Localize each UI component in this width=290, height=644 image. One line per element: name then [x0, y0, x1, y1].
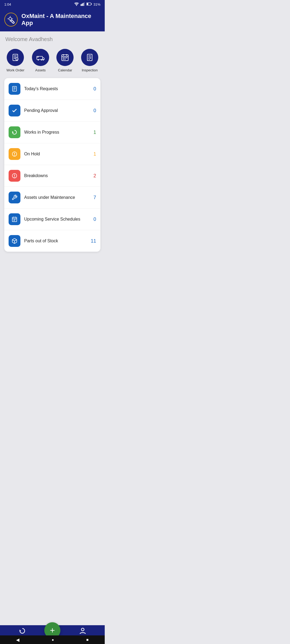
- action-calendar[interactable]: Calendar: [56, 49, 74, 72]
- status-icons: 31%: [74, 2, 100, 7]
- svg-rect-19: [37, 56, 42, 60]
- assets-maintenance-icon: [9, 192, 20, 203]
- todays-requests-label: Today's Requests: [24, 86, 90, 91]
- action-inspection[interactable]: Inspection: [81, 49, 98, 72]
- work-order-label: Work Order: [6, 68, 24, 72]
- calendar-icon-circle: [56, 49, 74, 66]
- pending-approval-item[interactable]: Pending Approval 0: [4, 100, 100, 122]
- svg-rect-31: [64, 59, 66, 60]
- welcome-section: Welcome Avadhesh: [0, 31, 105, 45]
- svg-text:⚙: ⚙: [16, 58, 18, 61]
- breakdowns-item[interactable]: Breakdowns 2: [4, 165, 100, 187]
- svg-point-8: [9, 17, 12, 20]
- assets-maintenance-count: 7: [93, 195, 96, 200]
- svg-rect-27: [63, 57, 64, 58]
- signal-icon: [81, 2, 85, 7]
- inspection-icon-circle: [81, 49, 98, 66]
- upcoming-service-label: Upcoming Service Schedules: [24, 217, 90, 222]
- battery-percent: 31%: [93, 2, 100, 6]
- svg-rect-3: [83, 3, 84, 6]
- dashboard-list: Today's Requests 0 Pending Approval 0 Wo…: [4, 78, 100, 252]
- breakdowns-icon: [9, 170, 20, 182]
- action-work-order[interactable]: ⚙ Work Order: [6, 49, 24, 72]
- works-in-progress-item[interactable]: Works in Progress 1: [4, 122, 100, 143]
- battery-icon: [86, 2, 92, 6]
- assets-icon-circle: [32, 49, 49, 66]
- inspection-label: Inspection: [82, 68, 97, 72]
- svg-rect-30: [63, 59, 64, 60]
- todays-requests-count: 0: [93, 86, 96, 92]
- works-in-progress-icon: [9, 126, 20, 138]
- todays-requests-item[interactable]: Today's Requests 0: [4, 78, 100, 100]
- svg-rect-6: [91, 3, 92, 5]
- assets-maintenance-label: Assets under Maintenance: [24, 195, 90, 200]
- svg-rect-4: [84, 2, 85, 6]
- parts-stock-item[interactable]: Parts out of Stock 11: [4, 230, 100, 252]
- on-hold-item[interactable]: On Hold 1: [4, 143, 100, 165]
- works-in-progress-label: Works in Progress: [24, 130, 90, 135]
- parts-stock-count: 11: [91, 238, 96, 244]
- app-title: OxMaint - A Maintenance App: [21, 13, 100, 27]
- app-logo: [4, 13, 18, 27]
- svg-rect-2: [82, 3, 82, 6]
- upcoming-service-item[interactable]: Upcoming Service Schedules 0: [4, 208, 100, 230]
- svg-rect-28: [64, 57, 66, 58]
- parts-stock-icon: [9, 235, 20, 247]
- svg-rect-29: [66, 57, 67, 58]
- pending-approval-icon: [9, 105, 20, 116]
- breakdowns-label: Breakdowns: [24, 173, 90, 178]
- svg-rect-7: [87, 3, 88, 5]
- svg-rect-1: [81, 4, 81, 6]
- status-bar: 1:04 31%: [0, 0, 105, 9]
- welcome-text: Welcome Avadhesh: [5, 36, 99, 42]
- on-hold-count: 1: [93, 151, 96, 157]
- assets-label: Assets: [35, 68, 46, 72]
- upcoming-service-count: 0: [93, 217, 96, 222]
- status-time: 1:04: [4, 2, 11, 6]
- breakdowns-count: 2: [93, 173, 96, 179]
- pending-approval-count: 0: [93, 108, 96, 114]
- svg-point-44: [14, 177, 15, 177]
- svg-point-41: [14, 155, 15, 156]
- pending-approval-label: Pending Approval: [24, 108, 90, 113]
- works-in-progress-count: 1: [93, 130, 96, 135]
- parts-stock-label: Parts out of Stock: [24, 239, 87, 243]
- svg-point-0: [76, 5, 77, 6]
- calendar-label: Calendar: [58, 68, 72, 72]
- app-header: OxMaint - A Maintenance App: [0, 9, 105, 31]
- quick-actions: ⚙ Work Order Assets: [0, 45, 105, 77]
- assets-maintenance-item[interactable]: Assets under Maintenance 7: [4, 187, 100, 208]
- on-hold-label: On Hold: [24, 152, 90, 156]
- wifi-icon: [74, 2, 79, 7]
- upcoming-service-icon: [9, 213, 20, 225]
- todays-requests-icon: [9, 83, 20, 95]
- on-hold-icon: [9, 148, 20, 160]
- action-assets[interactable]: Assets: [32, 49, 49, 72]
- work-order-icon-circle: ⚙: [7, 49, 24, 66]
